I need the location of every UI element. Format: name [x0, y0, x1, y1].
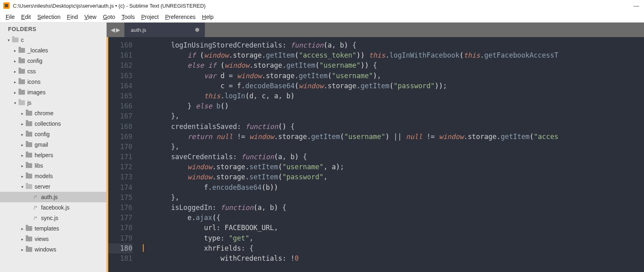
code-line[interactable]: this.logIn(d, c, a, b) [138, 91, 644, 101]
line-number[interactable]: 166 [108, 101, 132, 111]
line-number[interactable]: 169 [108, 132, 132, 142]
code-line[interactable]: else if (window.storage.getItem("usernam… [138, 60, 644, 71]
folder-gmail[interactable]: ▸gmail [0, 139, 106, 150]
line-number[interactable]: 172 [108, 162, 132, 172]
menu-view[interactable]: View [81, 12, 100, 22]
line-number[interactable]: 171 [108, 152, 132, 162]
line-number[interactable]: 163 [108, 71, 132, 81]
line-number[interactable]: 178 [108, 223, 132, 233]
disclosure-arrow-icon[interactable]: ▸ [19, 153, 25, 158]
code-line[interactable]: if (window.storage.getItem("access_token… [138, 50, 644, 60]
code-line[interactable]: credentialsSaved: function() { [138, 122, 644, 132]
tab-auth-js[interactable]: auth.js [124, 23, 205, 37]
disclosure-arrow-icon[interactable]: ▸ [19, 143, 25, 147]
folder-css[interactable]: ▸css [0, 66, 106, 77]
line-number[interactable]: 167 [108, 111, 132, 121]
disclosure-arrow-icon[interactable]: ▸ [19, 226, 25, 231]
folder-_locales[interactable]: ▸_locales [0, 45, 106, 56]
disclosure-arrow-icon[interactable]: ▸ [19, 111, 25, 116]
folder-models[interactable]: ▸models [0, 171, 106, 181]
folder-js[interactable]: ▾js [0, 98, 106, 108]
folder-chrome[interactable]: ▸chrome [0, 108, 106, 118]
disclosure-arrow-icon[interactable]: ▸ [12, 80, 18, 84]
tab-nav-arrows[interactable]: ◀ ▶ [107, 23, 124, 37]
line-number[interactable]: 180 [108, 243, 132, 253]
menu-help[interactable]: Help [199, 12, 217, 22]
folder-views[interactable]: ▸views [0, 234, 106, 244]
code-line[interactable]: window.storage.setItem("username", a); [138, 162, 644, 172]
menu-edit[interactable]: Edit [18, 12, 34, 22]
code-line[interactable]: type: "get", [138, 233, 644, 243]
menu-project[interactable]: Project [138, 12, 162, 22]
code-line[interactable]: window.storage.setItem("password", [138, 172, 644, 182]
line-number[interactable]: 164 [108, 81, 132, 91]
menu-tools[interactable]: Tools [118, 12, 138, 22]
line-number[interactable]: 161 [108, 50, 132, 60]
disclosure-arrow-icon[interactable]: ▸ [19, 132, 25, 137]
nav-back-icon[interactable]: ◀ [111, 27, 115, 33]
disclosure-arrow-icon[interactable]: ▸ [19, 247, 25, 252]
nav-forward-icon[interactable]: ▶ [116, 27, 120, 33]
disclosure-arrow-icon[interactable]: ▸ [19, 174, 25, 179]
folder-icons[interactable]: ▸icons [0, 77, 106, 87]
menu-selection[interactable]: Selection [34, 12, 64, 22]
folder-templates[interactable]: ▸templates [0, 223, 106, 234]
disclosure-arrow-icon[interactable]: ▸ [19, 237, 25, 241]
line-number[interactable]: 176 [108, 203, 132, 213]
folder-libs[interactable]: ▸libs [0, 160, 106, 171]
disclosure-arrow-icon[interactable]: ▸ [12, 90, 18, 95]
code-line[interactable]: }, [138, 193, 644, 203]
line-number[interactable]: 174 [108, 183, 132, 193]
folder-collections[interactable]: ▸collections [0, 118, 106, 129]
disclosure-arrow-icon[interactable]: ▾ [12, 101, 18, 105]
line-number[interactable]: 179 [108, 233, 132, 243]
line-number[interactable]: 168 [108, 122, 132, 132]
disclosure-arrow-icon[interactable]: ▸ [12, 48, 18, 53]
file-auth-js[interactable]: ▸/*auth.js [0, 192, 106, 202]
file-sync-js[interactable]: ▸/*sync.js [0, 213, 106, 223]
line-number[interactable]: 170 [108, 142, 132, 152]
code-line[interactable]: f.encodeBase64(b)) [138, 183, 644, 193]
disclosure-arrow-icon[interactable]: ▸ [12, 59, 18, 63]
code-line[interactable]: c = f.decodeBase64(window.storage.getIte… [138, 81, 644, 91]
folder-windows[interactable]: ▸windows [0, 244, 106, 255]
disclosure-arrow-icon[interactable]: ▾ [6, 38, 11, 42]
code-line[interactable]: isLoggedIn: function(a, b) { [138, 203, 644, 213]
line-number[interactable]: 162 [108, 60, 132, 71]
folder-config[interactable]: ▸config [0, 129, 106, 139]
folder-c[interactable]: ▾c [0, 35, 106, 45]
code-line[interactable]: } else b() [138, 101, 644, 111]
menu-goto[interactable]: Goto [100, 12, 118, 22]
file-facebook-js[interactable]: ▸/*facebook.js [0, 202, 106, 213]
folder-images[interactable]: ▸images [0, 87, 106, 98]
code-line[interactable]: }, [138, 142, 644, 152]
code-content[interactable]: logInUsingStoredCredentials: function(a,… [138, 37, 644, 272]
disclosure-arrow-icon[interactable]: ▸ [19, 164, 25, 168]
code-editor[interactable]: 1601611621631641651661671681691701711721… [107, 37, 644, 272]
code-line[interactable]: var d = window.storage.getItem("username… [138, 71, 644, 81]
folder-server[interactable]: ▾server [0, 181, 106, 192]
disclosure-arrow-icon[interactable]: ▸ [12, 69, 18, 74]
menu-file[interactable]: File [2, 12, 18, 22]
line-number[interactable]: 173 [108, 172, 132, 182]
minimize-button[interactable]: — [634, 2, 639, 9]
code-line[interactable]: logInUsingStoredCredentials: function(a,… [138, 40, 644, 50]
code-line[interactable]: }, [138, 111, 644, 121]
line-number[interactable]: 165 [108, 91, 132, 101]
code-line[interactable]: url: FACEBOOK_URL, [138, 223, 644, 233]
folder-helpers[interactable]: ▸helpers [0, 150, 106, 160]
folder-config[interactable]: ▸config [0, 56, 106, 66]
code-line[interactable]: withCredentials: !0 [138, 253, 644, 264]
disclosure-arrow-icon[interactable]: ▸ [19, 122, 25, 126]
line-number[interactable]: 175 [108, 193, 132, 203]
menu-preferences[interactable]: Preferences [162, 12, 199, 22]
line-number[interactable]: 160 [108, 40, 132, 50]
menu-find[interactable]: Find [64, 12, 81, 22]
code-line[interactable]: xhrFields: { [138, 243, 644, 253]
line-number[interactable]: 181 [108, 253, 132, 264]
disclosure-arrow-icon[interactable]: ▾ [19, 185, 25, 189]
code-line[interactable]: return null != window.storage.getItem("u… [138, 132, 644, 142]
code-line[interactable]: e.ajax({ [138, 213, 644, 223]
code-line[interactable]: saveCredentials: function(a, b) { [138, 152, 644, 162]
line-number[interactable]: 177 [108, 213, 132, 223]
